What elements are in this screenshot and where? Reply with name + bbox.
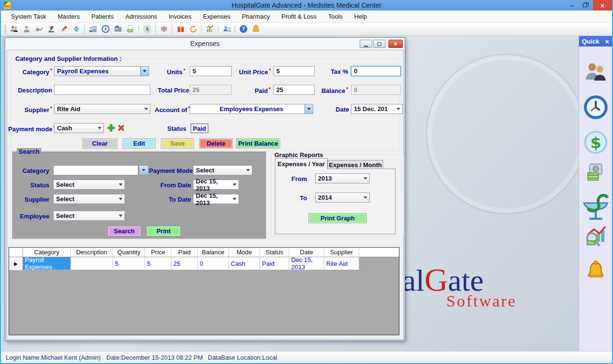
alerts-quick-icon[interactable]	[585, 260, 607, 284]
menu-profit-loss[interactable]: Profit & Loss	[276, 11, 322, 22]
payment-mode-combobox[interactable]: Cash	[54, 123, 104, 133]
tab-expenses-year[interactable]: Expenses / Year	[275, 158, 328, 169]
chevron-down-icon[interactable]	[231, 194, 238, 204]
staff-quick-icon[interactable]	[583, 60, 608, 87]
chevron-down-icon[interactable]	[116, 194, 125, 204]
units-input[interactable]: 5	[190, 66, 232, 76]
chevron-down-icon[interactable]	[140, 67, 148, 76]
search-status-combobox[interactable]: Select	[53, 180, 125, 190]
expenses-close-button[interactable]: ×	[388, 40, 403, 48]
search-payment-mode-combobox[interactable]: Select	[193, 165, 252, 175]
grid-column-quantity[interactable]: Quantity	[113, 248, 145, 257]
grid-cell-price[interactable]: 5	[145, 257, 171, 270]
description-input[interactable]	[54, 85, 150, 95]
cashbox-quick-icon[interactable]	[585, 161, 606, 184]
grid-cell-paid[interactable]: 25	[171, 257, 198, 270]
services-icon[interactable]	[70, 23, 82, 35]
search-from-date-combobox[interactable]: Dec 15, 2013	[193, 180, 239, 190]
phone-icon[interactable]	[112, 23, 124, 35]
grid-column-status[interactable]: Status	[260, 248, 289, 257]
search-supplier-combobox[interactable]: Select	[53, 194, 125, 204]
supplies-icon[interactable]	[175, 23, 186, 35]
account-of-combobox[interactable]: Employees Expenses	[190, 104, 313, 114]
cleanup-icon[interactable]	[250, 23, 261, 35]
tab-expenses-month[interactable]: Expenses / Month	[328, 160, 383, 169]
grid-cell-mode[interactable]: Cash	[229, 257, 260, 270]
delete-button[interactable]: Delete	[199, 138, 233, 148]
expenses-minimize-button[interactable]: ▁	[360, 40, 372, 48]
grid-column-mode[interactable]: Mode	[229, 248, 260, 257]
chevron-down-icon[interactable]	[95, 124, 103, 133]
search-employee-combobox[interactable]: Select	[53, 211, 125, 221]
clear-button[interactable]: Clear	[82, 138, 117, 148]
quick-panel-close-icon[interactable]: ×	[605, 37, 609, 46]
print-button[interactable]: Print	[147, 226, 181, 236]
edit-button[interactable]: Edit	[123, 138, 156, 148]
chevron-down-icon[interactable]	[142, 104, 150, 114]
expenses-grid[interactable]: CategoryDescriptionQuantityPricePaidBala…	[9, 247, 399, 335]
billing-icon[interactable]: $	[141, 23, 153, 35]
search-button[interactable]: Search	[108, 226, 141, 236]
employee-icon[interactable]	[21, 23, 32, 35]
undo-icon[interactable]	[187, 23, 199, 35]
chevron-down-icon[interactable]	[361, 193, 369, 202]
staff-icon[interactable]	[8, 23, 20, 35]
chevron-down-icon[interactable]	[231, 180, 238, 189]
grid-column-price[interactable]: Price	[145, 248, 171, 257]
menu-tools[interactable]: Tools	[323, 11, 348, 22]
help-icon[interactable]: ?	[238, 23, 249, 35]
grid-row-selector[interactable]: ▶	[9, 257, 23, 270]
chevron-down-icon[interactable]	[394, 104, 402, 114]
restore-button[interactable]	[579, 0, 591, 11]
add-payment-mode-icon[interactable]	[107, 124, 115, 132]
invoice-icon[interactable]	[125, 23, 136, 35]
grid-cell-supplier[interactable]: Rite Aid	[324, 257, 359, 270]
expenses-maximize-button[interactable]: ▢	[373, 40, 386, 48]
menu-system-task[interactable]: System Task	[6, 11, 51, 22]
grid-column-supplier[interactable]: Supplier	[324, 248, 359, 257]
unit-price-input[interactable]: 5	[273, 66, 315, 76]
reports-icon[interactable]	[204, 23, 216, 35]
search-category-dropdown-button[interactable]	[138, 165, 148, 175]
date-combobox[interactable]: 15 Dec. 201	[351, 104, 403, 114]
grid-column-category[interactable]: Category	[23, 248, 71, 257]
menu-expenses[interactable]: Expenses	[198, 11, 236, 22]
stock-icon[interactable]	[158, 23, 170, 35]
chevron-down-icon[interactable]	[116, 211, 125, 220]
patient-search-icon[interactable]	[221, 23, 232, 35]
graph-to-combobox[interactable]: 2014	[315, 193, 370, 203]
menu-admissions[interactable]: Admissions	[120, 11, 162, 22]
financial-report-quick-icon[interactable]	[584, 226, 607, 250]
menu-pharmacy[interactable]: Pharmacy	[237, 11, 275, 22]
grid-column-paid[interactable]: Paid	[171, 248, 198, 257]
menu-patients[interactable]: Patients	[86, 11, 119, 22]
tax-input[interactable]: 0	[351, 66, 401, 76]
close-button[interactable]: ×	[593, 0, 612, 11]
pharmacy-quick-icon[interactable]	[580, 191, 612, 225]
lab-icon[interactable]	[45, 23, 57, 35]
schedule-icon[interactable]	[100, 23, 111, 35]
search-to-date-combobox[interactable]: Dec 15, 2013	[193, 194, 239, 204]
chevron-down-icon[interactable]	[244, 166, 252, 175]
chevron-down-icon[interactable]	[116, 180, 125, 189]
clock-quick-icon[interactable]	[582, 93, 610, 123]
billing-quick-icon[interactable]: $	[582, 129, 609, 158]
menu-masters[interactable]: Masters	[52, 11, 85, 22]
graph-from-combobox[interactable]: 2013	[315, 173, 370, 183]
grid-column-balance[interactable]: Balance	[198, 248, 229, 257]
save-button[interactable]: Save	[161, 138, 194, 148]
print-balance-button[interactable]: Print Balance	[236, 138, 280, 148]
grid-cell-category[interactable]: Payroll Expenses	[23, 257, 71, 270]
grid-cell-status[interactable]: Paid	[260, 257, 289, 270]
delete-payment-mode-icon[interactable]	[117, 124, 125, 132]
chevron-down-icon[interactable]	[361, 174, 369, 183]
signature-icon[interactable]	[33, 23, 45, 35]
grid-cell-quantity[interactable]: 5	[113, 257, 145, 270]
print-graph-button[interactable]: Print Graph	[308, 213, 367, 223]
menu-help[interactable]: Help	[349, 11, 373, 22]
prescription-icon[interactable]	[58, 23, 69, 35]
category-combobox[interactable]: Payroll Expenses	[54, 66, 149, 76]
search-category-input[interactable]	[53, 165, 138, 175]
menu-invoices[interactable]: Invoices	[163, 11, 197, 22]
minimize-button[interactable]: –	[566, 0, 579, 11]
